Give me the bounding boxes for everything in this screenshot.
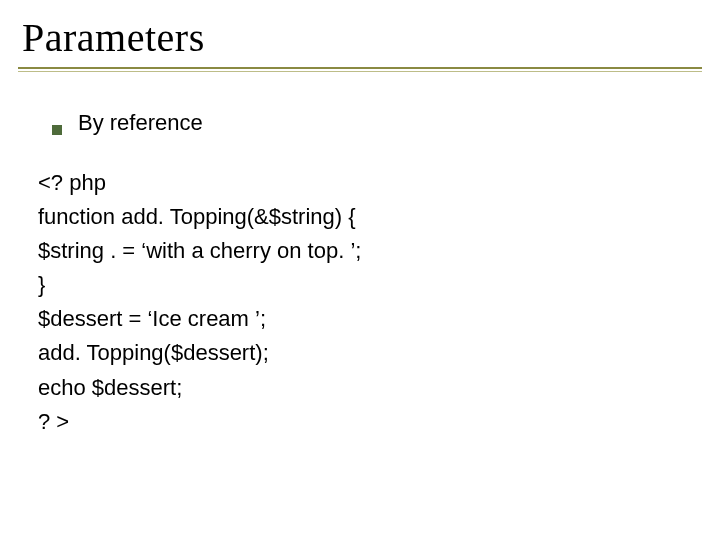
code-line: ? > (38, 405, 672, 439)
code-line: <? php (38, 166, 672, 200)
title-area: Parameters (18, 14, 702, 75)
bullet-item: By reference (52, 110, 672, 136)
title-rule-outer (18, 67, 702, 75)
title-rule-inner (18, 71, 702, 72)
slide-body: By reference <? php function add. Toppin… (52, 110, 672, 439)
code-line: $dessert = ‘Ice cream ’; (38, 302, 672, 336)
code-line: } (38, 268, 672, 302)
slide: Parameters By reference <? php function … (0, 0, 720, 540)
code-block: <? php function add. Topping(&$string) {… (38, 166, 672, 439)
code-line: $string . = ‘with a cherry on top. ’; (38, 234, 672, 268)
slide-title: Parameters (22, 14, 702, 61)
code-line: function add. Topping(&$string) { (38, 200, 672, 234)
square-bullet-icon (52, 125, 62, 135)
bullet-text: By reference (78, 110, 203, 136)
code-line: add. Topping($dessert); (38, 336, 672, 370)
code-line: echo $dessert; (38, 371, 672, 405)
